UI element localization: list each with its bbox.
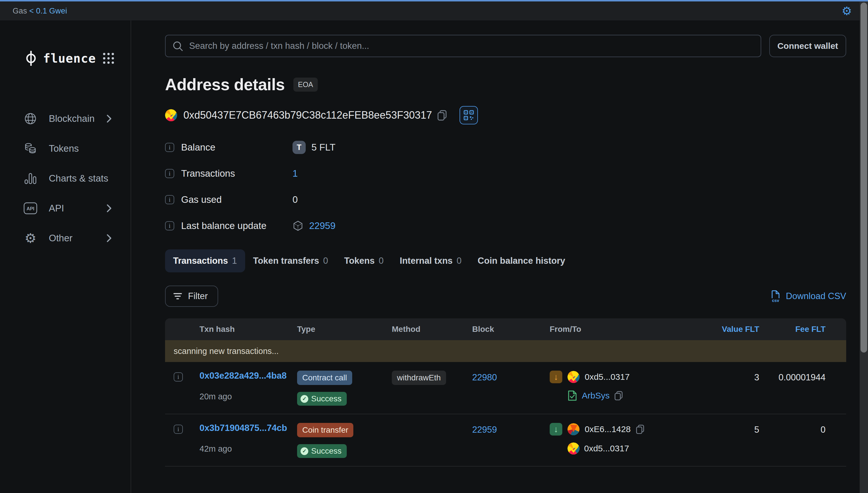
settings-gear-icon[interactable]: ⚙: [842, 5, 852, 17]
csv-file-icon: csv: [770, 290, 781, 302]
txn-type-badge: Contract call: [297, 371, 352, 385]
scrollbar[interactable]: [860, 1, 868, 493]
col-txn-hash: Txn hash: [200, 325, 297, 334]
sidebar-item-tokens[interactable]: Tokens: [0, 134, 131, 164]
check-icon: ✓: [300, 447, 308, 455]
block-link[interactable]: 22959: [472, 425, 497, 435]
scanning-banner: scanning new transactions...: [165, 340, 846, 362]
search-icon: [173, 41, 183, 52]
col-fee[interactable]: Fee FLT: [759, 325, 846, 334]
block-link[interactable]: 22980: [472, 372, 497, 382]
apps-grid-icon[interactable]: [103, 53, 114, 64]
direction-in-icon: ↓: [550, 423, 562, 435]
block-cube-icon: [293, 220, 303, 231]
txn-type-badge: Coin transfer: [297, 423, 353, 437]
txn-fee: 0: [759, 423, 846, 435]
col-method: Method: [392, 325, 472, 334]
sidebar-item-label: Charts & stats: [49, 173, 113, 184]
to-address[interactable]: 0xd5...0317: [584, 444, 629, 453]
address-avatar: [568, 443, 579, 454]
top-bar: Gas < 0.1 Gwei ⚙: [0, 1, 868, 20]
qr-code-icon: [463, 110, 474, 121]
tab-internal-txns[interactable]: Internal txns0: [392, 249, 470, 272]
last-balance-block-link[interactable]: 22959: [309, 220, 336, 231]
sidebar-item-blockchain[interactable]: Blockchain: [0, 104, 131, 134]
col-value[interactable]: Value FLT: [682, 325, 759, 334]
txn-method-badge: withdrawEth: [392, 371, 446, 385]
tab-coin-balance-history[interactable]: Coin balance history: [470, 249, 573, 272]
download-csv-link[interactable]: csv Download CSV: [770, 290, 846, 302]
address-type-badge: EOA: [293, 78, 318, 92]
txn-info-icon[interactable]: i: [174, 372, 183, 382]
sidebar-item-api[interactable]: API API: [0, 193, 131, 223]
page-title: Address details: [165, 75, 285, 94]
copy-icon[interactable]: [437, 110, 447, 121]
from-address-link[interactable]: 0xE6...1428: [585, 424, 631, 434]
svg-text:API: API: [26, 206, 34, 211]
tab-transactions[interactable]: Transactions1: [165, 249, 245, 272]
txn-hash-link[interactable]: 0x03e282a429...4ba8: [200, 371, 297, 381]
address-avatar: [568, 423, 579, 435]
filter-icon: [173, 292, 182, 301]
col-block: Block: [472, 325, 550, 334]
scrollbar-thumb[interactable]: [861, 3, 867, 352]
sidebar-item-label: Blockchain: [49, 113, 105, 124]
qr-code-button[interactable]: [460, 106, 478, 124]
gas-value: < 0.1 Gwei: [29, 7, 67, 15]
info-row-gas-used: i Gas used 0: [165, 192, 846, 208]
txn-age: 20m ago: [200, 392, 297, 401]
transactions-count-link[interactable]: 1: [293, 168, 298, 179]
bar-chart-icon: [24, 172, 37, 185]
txn-info-icon[interactable]: i: [174, 425, 183, 434]
filter-button[interactable]: Filter: [165, 285, 218, 307]
from-address[interactable]: 0xd5...0317: [585, 372, 630, 382]
chevron-right-icon: [105, 204, 113, 213]
sidebar-item-label: Tokens: [49, 143, 113, 154]
contract-icon: [568, 390, 577, 401]
gas-tracker[interactable]: Gas < 0.1 Gwei: [13, 7, 67, 16]
api-icon: API: [24, 201, 37, 215]
gas-used-value: 0: [293, 194, 298, 205]
globe-icon: [24, 112, 37, 126]
tab-tokens[interactable]: Tokens0: [336, 249, 391, 272]
info-label: Gas used: [181, 194, 293, 205]
txn-age: 42m ago: [200, 444, 297, 454]
chevron-right-icon: [105, 234, 113, 242]
tab-bar: Transactions1 Token transfers0 Tokens0 I…: [165, 249, 846, 272]
sidebar-item-charts-stats[interactable]: Charts & stats: [0, 164, 131, 193]
gas-label: Gas: [13, 7, 27, 15]
info-label: Balance: [181, 142, 293, 153]
txn-value: 5: [682, 423, 759, 435]
to-contract-link[interactable]: ArbSys: [582, 391, 610, 401]
chevron-right-icon: [105, 114, 113, 123]
address-avatar: [165, 109, 177, 121]
info-row-last-balance-update: i Last balance update 22959: [165, 218, 846, 234]
address-hash[interactable]: 0xd50437E7CB67463b79C38c112eFEB8ee53F303…: [183, 109, 432, 121]
txn-fee: 0.00001944: [759, 371, 846, 383]
brand-name[interactable]: fluence: [43, 51, 103, 65]
check-icon: ✓: [300, 395, 308, 403]
info-icon[interactable]: i: [165, 143, 174, 152]
copy-icon[interactable]: [614, 391, 623, 401]
sidebar-item-other[interactable]: ⚙ Other: [0, 223, 131, 253]
token-symbol-badge: T: [293, 141, 306, 154]
info-icon[interactable]: i: [165, 221, 174, 230]
info-icon[interactable]: i: [165, 195, 174, 204]
col-from-to: From/To: [550, 325, 682, 334]
sidebar-item-label: API: [49, 203, 105, 214]
table-header: Txn hash Type Method Block From/To Value…: [165, 318, 846, 340]
table-row: i 0x03e282a429...4ba8 20m ago Contract c…: [165, 362, 846, 414]
table-row: i 0x3b71904875...74cb 42m ago Coin trans…: [165, 414, 846, 467]
address-avatar: [568, 371, 579, 383]
svg-text:csv: csv: [772, 298, 779, 302]
copy-icon[interactable]: [636, 424, 644, 434]
sidebar-item-label: Other: [49, 233, 105, 244]
connect-wallet-button[interactable]: Connect wallet: [769, 35, 846, 57]
sidebar: fluence Blockchain: [0, 20, 131, 493]
info-icon[interactable]: i: [165, 169, 174, 178]
search-input[interactable]: [165, 35, 761, 57]
balance-value: 5 FLT: [312, 142, 336, 153]
info-label: Last balance update: [181, 220, 293, 231]
txn-hash-link[interactable]: 0x3b71904875...74cb: [200, 423, 297, 433]
tab-token-transfers[interactable]: Token transfers0: [245, 249, 336, 272]
